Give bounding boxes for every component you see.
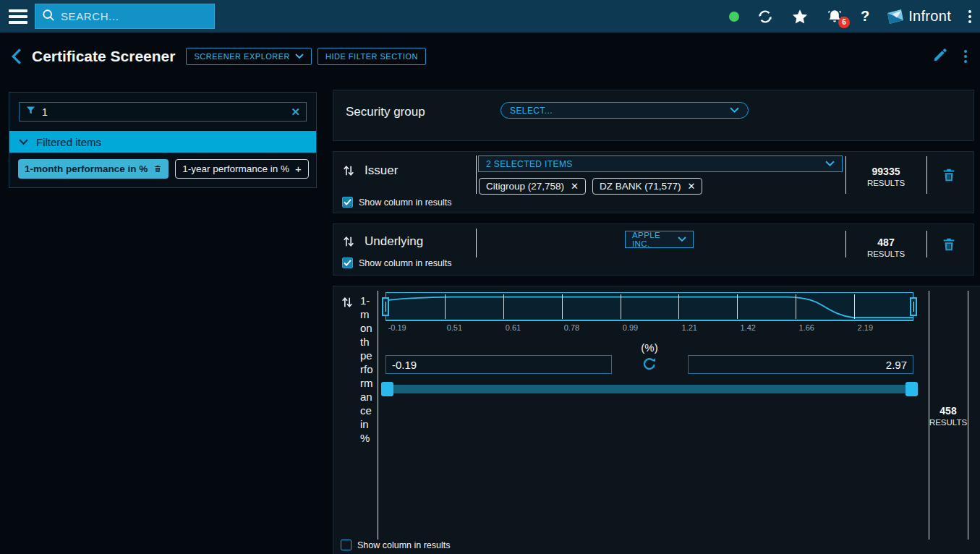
add-icon[interactable]: + xyxy=(295,163,302,175)
issuer-chips: Citigroup (27,758) ✕ DZ BANK (71,577) ✕ xyxy=(479,178,702,195)
divider xyxy=(926,156,927,194)
hide-filter-label: HIDE FILTER SECTION xyxy=(325,52,418,61)
chip-label: 1-year performance in % xyxy=(182,163,289,174)
range-min-input[interactable] xyxy=(385,355,612,374)
divider xyxy=(378,291,378,540)
histogram-axis-ticks: -0.19 0.51 0.61 0.78 0.99 1.21 1.42 1.66… xyxy=(385,323,913,333)
tick-label: 0.78 xyxy=(564,323,579,332)
slider-max-knob[interactable] xyxy=(906,382,918,396)
remove-chip-icon[interactable]: ✕ xyxy=(688,181,696,192)
tick-label: 1.21 xyxy=(682,323,697,332)
global-search-box[interactable] xyxy=(35,4,215,29)
page-title: Certificate Screener xyxy=(32,48,175,65)
chip-1-month-performance[interactable]: 1-month performance in % xyxy=(18,159,169,179)
funnel-filter-icon xyxy=(25,105,36,119)
checkbox-unchecked-icon[interactable] xyxy=(341,540,351,550)
unit-label: (%) xyxy=(385,341,913,354)
edit-pencil-icon[interactable] xyxy=(932,47,948,66)
sort-arrows-icon[interactable] xyxy=(342,163,355,181)
help-icon[interactable]: ? xyxy=(861,8,869,25)
range-slider[interactable] xyxy=(381,382,918,396)
search-input[interactable] xyxy=(61,10,208,22)
issuer-chip-dz-bank[interactable]: DZ BANK (71,577) ✕ xyxy=(592,178,702,195)
results-count: 99335 xyxy=(848,165,924,178)
underlying-dropdown-value: APPLE INC. xyxy=(632,231,678,248)
distribution-histogram[interactable] xyxy=(385,292,913,321)
chevron-down-icon xyxy=(678,236,686,242)
topbar-kebab-menu-icon[interactable] xyxy=(968,10,971,23)
screener-explorer-label: SCREENER EXPLORER xyxy=(194,52,290,61)
security-group-label: Security group xyxy=(346,105,425,119)
connection-status-icon xyxy=(729,12,739,22)
favorites-star-icon[interactable] xyxy=(791,8,809,25)
brand-name: Infront xyxy=(908,8,951,25)
security-group-select[interactable]: SELECT... xyxy=(500,102,749,119)
tick-label: 1.42 xyxy=(741,323,756,332)
tick-label: 2.19 xyxy=(858,323,873,332)
trash-icon[interactable] xyxy=(153,164,162,174)
topbar-actions: 6 ? Infront xyxy=(729,8,971,25)
refresh-icon[interactable] xyxy=(757,8,774,25)
hamburger-menu-icon[interactable] xyxy=(9,9,27,24)
issuer-show-column-checkbox[interactable]: Show column in results xyxy=(342,197,452,208)
back-chevron-icon[interactable] xyxy=(10,48,23,65)
infront-logo-icon xyxy=(887,9,904,25)
chevron-down-icon xyxy=(295,54,304,59)
performance-results: 458 RESULTS xyxy=(927,404,969,428)
chevron-down-icon xyxy=(825,161,835,167)
screener-explorer-button[interactable]: SCREENER EXPLORER xyxy=(186,48,312,65)
bin-separator xyxy=(678,294,679,319)
issuer-filter-card: Issuer 2 SELECTED ITEMS Citigroup (27,75… xyxy=(333,151,974,213)
filter-search-field[interactable]: ✕ xyxy=(19,102,307,122)
chip-label: DZ BANK (71,577) xyxy=(600,181,681,192)
divider xyxy=(845,156,846,194)
hide-filter-section-button[interactable]: HIDE FILTER SECTION xyxy=(318,48,426,65)
filter-search-input[interactable] xyxy=(42,106,285,118)
select-placeholder: SELECT... xyxy=(510,106,730,116)
underlying-show-column-checkbox[interactable]: Show column in results xyxy=(342,257,452,268)
issuer-dropdown-value: 2 SELECTED ITEMS xyxy=(486,159,825,169)
divider xyxy=(926,231,927,257)
filtered-items-header[interactable]: Filtered items xyxy=(9,131,316,153)
slider-min-knob[interactable] xyxy=(381,382,393,396)
chip-1-year-performance[interactable]: 1-year performance in % + xyxy=(175,159,309,179)
checkbox-checked-icon[interactable] xyxy=(342,197,353,208)
top-bar: 6 ? Infront xyxy=(0,0,980,34)
page-header: Certificate Screener SCREENER EXPLORER H… xyxy=(0,34,980,78)
tick-label: 1.66 xyxy=(799,323,814,332)
underlying-dropdown[interactable]: APPLE INC. xyxy=(625,231,694,248)
checkbox-checked-icon[interactable] xyxy=(342,257,353,268)
tick-label: 0.99 xyxy=(623,323,638,332)
underlying-results: 487 RESULTS xyxy=(848,236,924,260)
filtered-items-label: Filtered items xyxy=(36,136,101,148)
issuer-chip-citigroup[interactable]: Citigroup (27,758) ✕ xyxy=(479,178,586,195)
app-window: 6 ? Infront Certificate Screener SCREENE… xyxy=(0,0,980,554)
bin-separator xyxy=(503,294,504,319)
histogram-max-handle[interactable] xyxy=(910,297,917,316)
delete-filter-trash-icon[interactable] xyxy=(941,166,957,187)
range-max-input[interactable] xyxy=(688,355,913,374)
chevron-down-icon xyxy=(19,139,28,145)
infront-logo: Infront xyxy=(887,8,951,25)
sort-arrows-icon[interactable] xyxy=(341,295,354,312)
underlying-label: Underlying xyxy=(365,234,423,249)
bin-separator xyxy=(621,294,621,319)
notification-badge: 6 xyxy=(838,17,850,28)
page-kebab-menu-icon[interactable] xyxy=(964,50,967,63)
divider xyxy=(968,291,968,540)
clear-filter-icon[interactable]: ✕ xyxy=(291,106,300,119)
show-column-label: Show column in results xyxy=(359,258,452,268)
filtered-chips-row: 1-month performance in % 1-year performa… xyxy=(9,153,316,187)
slider-track[interactable] xyxy=(383,385,916,393)
reset-range-icon[interactable] xyxy=(642,356,657,372)
performance-label-vertical: 1-month performance in % xyxy=(360,294,374,445)
results-word: RESULTS xyxy=(848,249,924,260)
issuer-dropdown[interactable]: 2 SELECTED ITEMS xyxy=(478,155,843,172)
issuer-results: 99335 RESULTS xyxy=(848,165,924,189)
notifications-bell-icon[interactable]: 6 xyxy=(826,8,843,25)
delete-filter-trash-icon[interactable] xyxy=(941,236,957,256)
histogram-min-handle[interactable] xyxy=(382,297,389,316)
remove-chip-icon[interactable]: ✕ xyxy=(571,181,579,192)
performance-show-column-checkbox[interactable]: Show column in results xyxy=(341,540,451,550)
sort-arrows-icon[interactable] xyxy=(342,234,355,252)
